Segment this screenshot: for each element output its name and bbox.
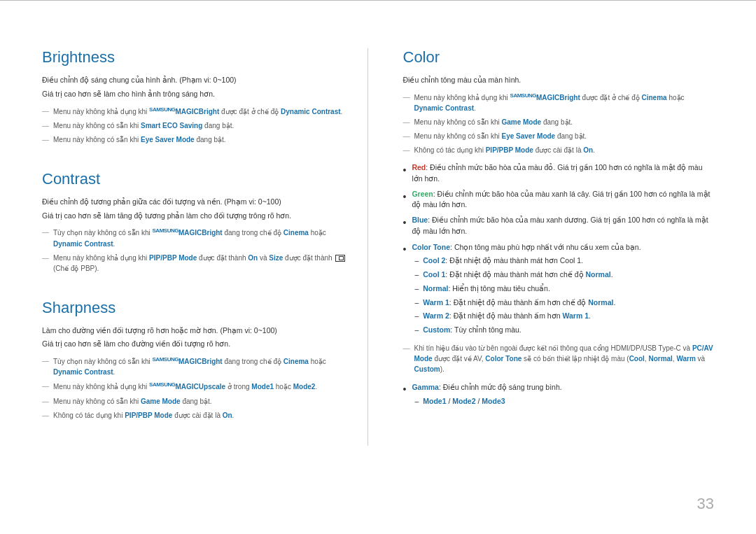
sharpness-note-4-text: Không có tác dụng khi PIP/PBP Mode được …	[53, 410, 234, 421]
page-number: 33	[697, 495, 714, 513]
bright-text: Bright	[199, 108, 219, 115]
red-text: Red: Điều chỉnh mức bão hòa của màu đỏ. …	[412, 162, 714, 185]
pip-pbp-c: PIP/PBP Mode	[149, 254, 197, 262]
color-tone-subitems: – Cool 2: Đặt nhiệt độ màu thành mát hơn…	[414, 255, 640, 336]
brightness-note-1-text: Menu này không khả dụng khi SAMSUNGMAGIC…	[53, 106, 342, 117]
bright-text-c: Bright	[202, 230, 222, 237]
custom-item: – Custom: Tùy chỉnh tông màu.	[414, 325, 640, 336]
sub-dash-custom: –	[414, 325, 419, 336]
color-tone-content: Color Tone: Chọn tông màu phù hợp nhất v…	[412, 241, 640, 339]
contrast-note-2-text: Menu này không khả dụng khi PIP/PBP Mode…	[53, 253, 354, 274]
sharpness-note-2: ― Menu này không khả dụng khi SAMSUNGMAG…	[42, 381, 354, 392]
magic-text-c: MAGIC	[178, 230, 202, 237]
contrast-title: Contrast	[42, 170, 354, 188]
sub-dash-normal: –	[414, 283, 419, 295]
gamma-label: Gamma	[412, 383, 439, 391]
brightness-section: Brightness Điều chỉnh độ sáng chung của …	[42, 48, 354, 145]
sub-dash-gamma: –	[414, 396, 419, 407]
color-note-3: ― Menu này không có sẵn khi Eye Saver Mo…	[403, 131, 715, 141]
brightness-title: Brightness	[42, 48, 354, 66]
sub-dash-cool1: –	[414, 269, 419, 281]
warm2-item: – Warm 2: Đặt nhiệt độ màu thành ấm hơn …	[414, 311, 640, 322]
contrast-note-2: ― Menu này không khả dụng khi PIP/PBP Mo…	[42, 253, 354, 274]
samsung-brand: SAMSUNG	[149, 106, 175, 113]
color-title: Color	[403, 48, 715, 66]
sharpness-section: Sharpness Làm cho đường viền đối tượng r…	[42, 299, 354, 421]
color-note-4: ― Không có tác dụng khi PIP/PBP Mode đượ…	[403, 145, 715, 155]
contrast-note-1-text: Tùy chọn này không có sẵn khi SAMSUNGMAG…	[53, 227, 354, 248]
blue-text: Blue: Điều chỉnh mức bão hòa của màu xan…	[412, 215, 714, 237]
note-dash-s1: ―	[42, 356, 49, 366]
sharpness-note-1-text: Tùy chọn này không có sẵn khi SAMSUNGMAG…	[53, 356, 354, 377]
brightness-note-3: ― Menu này không có sẵn khi Eye Saver Mo…	[42, 134, 354, 145]
upscale-text: Upscale	[199, 384, 225, 391]
mode3-gamma: Mode3	[482, 397, 505, 405]
contrast-desc1: Điều chỉnh độ tương phản giữa các đối tư…	[42, 197, 354, 208]
sharpness-note-3: ― Menu này không có sẵn khi Game Mode đa…	[42, 396, 354, 407]
color-tone-bullet: • Color Tone: Chọn tông màu phù hợp nhất…	[403, 241, 715, 339]
cool1-label: Cool 1	[423, 270, 445, 279]
cool1-text: Cool 1: Đặt nhiệt độ màu thành mát hơn c…	[423, 269, 612, 281]
color-note-1-text: Menu này không khả dụng khi SAMSUNGMAGIC…	[414, 92, 715, 113]
bright-color: Bright	[559, 94, 580, 101]
brightness-note-3-text: Menu này không có sẵn khi Eye Saver Mode…	[53, 134, 226, 145]
contrast-desc2: Giá trị cao hơn sẽ làm tăng độ tương phả…	[42, 211, 354, 222]
bullet-dot-ct: •	[403, 242, 407, 257]
color-tone-text: Color Tone: Chọn tông màu phù hợp nhất v…	[412, 243, 640, 251]
color-tone-note-text: Khi tín hiệu đầu vào từ bên ngoài được k…	[414, 343, 715, 374]
note-dash-c2: ―	[42, 253, 49, 263]
cinema-c: Cinema	[284, 230, 309, 237]
sub-dash-warm2: –	[414, 311, 419, 322]
sharpness-note-2-text: Menu này không khả dụng khi SAMSUNGMAGIC…	[53, 381, 317, 392]
normal-item: – Normal: Hiển thị tông màu tiêu chuẩn.	[414, 283, 640, 295]
game-mode-s: Game Mode	[141, 398, 181, 405]
gamma-content: Gamma: Điều chỉnh mức độ sáng trung bình…	[412, 381, 561, 410]
green-label: Green	[412, 190, 433, 198]
sharpness-desc2: Giá trị cao hơn sẽ làm cho đường viền đố…	[42, 339, 354, 350]
samsung-brand-s: SAMSUNG	[153, 356, 178, 363]
dynamic-contrast: Dynamic Contrast	[281, 108, 341, 115]
contrast-note-1: ― Tùy chọn này không có sẵn khi SAMSUNGM…	[42, 227, 354, 248]
custom-label: Custom	[423, 325, 450, 334]
gamma-modes: – Mode1 / Mode2 / Mode3	[414, 396, 561, 407]
cinema-s: Cinema	[284, 358, 309, 365]
sub-dash-cool2: –	[414, 255, 419, 267]
eye-saver-1: Eye Saver Mode	[141, 136, 195, 143]
color-desc: Điều chỉnh tông màu của màn hình.	[403, 75, 715, 86]
mode2-s: Mode2	[293, 384, 316, 391]
note-dash-color3: ―	[403, 131, 410, 141]
color-tone-label: Color Tone	[412, 243, 450, 251]
cool2-text: Cool 2: Đặt nhiệt độ màu thành mát hơn C…	[423, 255, 583, 267]
mode1-gamma: Mode1	[423, 397, 446, 405]
normal-ref3: Normal	[648, 355, 672, 363]
normal-ref2: Normal	[588, 298, 613, 307]
cinema-color: Cinema	[641, 94, 666, 101]
top-border	[0, 0, 756, 1]
color-note-2: ― Menu này không có sẵn khi Game Mode đa…	[403, 117, 715, 127]
bullet-dot-red: •	[403, 163, 407, 178]
color-note-4-text: Không có tác dụng khi PIP/PBP Mode được …	[414, 145, 595, 155]
custom-ref: Custom	[414, 365, 440, 373]
sharpness-note-3-text: Menu này không có sẵn khi Game Mode đang…	[53, 396, 212, 407]
sharpness-note-4: ― Không có tác dụng khi PIP/PBP Mode đượ…	[42, 410, 354, 421]
warm2-label: Warm 2	[423, 311, 449, 320]
warm1-label: Warm 1	[423, 298, 449, 307]
cool-ref: Cool	[629, 355, 645, 363]
on-c: On	[248, 254, 258, 262]
samsung-brand-c: SAMSUNG	[153, 227, 178, 234]
red-label: Red	[412, 163, 426, 171]
bullet-dot-gamma: •	[403, 382, 407, 397]
brightness-desc2: Giá trị cao hơn sẽ làm cho hình ảnh trôn…	[42, 89, 354, 100]
pip-pbp-color: PIP/PBP Mode	[486, 146, 533, 154]
gamma-bullet: • Gamma: Điều chỉnh mức độ sáng trung bì…	[403, 381, 715, 410]
note-dash-3: ―	[42, 134, 49, 145]
dynamic-contrast-s: Dynamic Contrast	[53, 368, 113, 376]
warm1-text: Warm 1: Đặt nhiệt độ màu thành ấm hơn ch…	[423, 297, 615, 309]
bullet-dot-blue: •	[403, 216, 407, 230]
color-note-2-text: Menu này không có sẵn khi Game Mode đang…	[414, 117, 573, 127]
magic-text: MAGIC	[175, 108, 198, 115]
note-dash-c1: ―	[42, 227, 49, 237]
note-dash-color1: ―	[403, 92, 410, 102]
game-mode-color: Game Mode	[501, 118, 541, 126]
color-tone-ref: Color Tone	[485, 355, 522, 363]
